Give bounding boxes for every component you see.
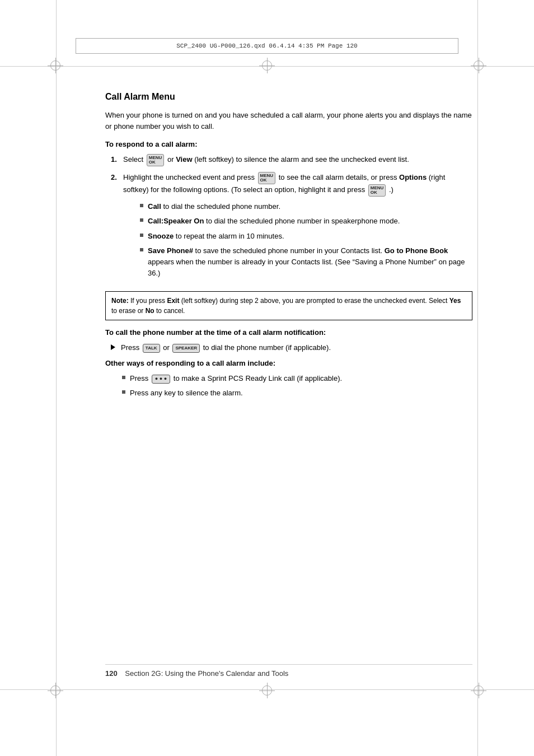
list-content-1: Select MENUOK or View (left softkey) to … — [123, 154, 472, 166]
arrow-icon-1 — [111, 344, 115, 350]
sub-bullet-3-text: Snooze to repeat the alarm in 10 minutes… — [148, 231, 284, 242]
intro-paragraph: When your phone is turned on and you hav… — [105, 110, 472, 132]
bullet2-1: Press ● ● ● to make a Sprint PCS Ready L… — [122, 373, 472, 384]
note-label: Note: If you press Exit (left softkey) d… — [111, 297, 461, 315]
menu-icon-2: MENUOK — [258, 172, 276, 184]
arrow-item-1: Press TALK or SPEAKER to dial the phone … — [111, 342, 472, 353]
menu-icon-1: MENUOK — [147, 154, 165, 166]
bullet2-2: Press any key to silence the alarm. — [122, 388, 472, 399]
list-num-1: 1. — [111, 154, 123, 166]
header-bar-text: SCP_2400 UG-P000_126.qxd 06.4.14 4:35 PM… — [176, 43, 357, 49]
sub-bullet-3: Snooze to repeat the alarm in 10 minutes… — [134, 231, 472, 242]
sub-bullet-list: Call to dial the scheduled phone number.… — [123, 201, 472, 279]
speaker-icon: SPEAKER — [172, 344, 200, 353]
sub-heading-2: To call the phone number at the time of … — [105, 328, 472, 337]
crosshair-bottomcenter — [262, 685, 272, 696]
list-content-2: Highlight the unchecked event and press … — [123, 172, 472, 283]
reg-left-line — [56, 0, 57, 756]
crosshair-topright — [474, 60, 484, 71]
step2-text-before: Highlight the unchecked event and press — [123, 174, 255, 182]
sub-bullet-2: Call:Speaker On to dial the scheduled ph… — [134, 216, 472, 227]
step2-options: Options — [399, 174, 427, 182]
bullet-icon-1 — [140, 204, 143, 207]
sub-heading-1: To respond to a call alarm: — [105, 140, 472, 148]
step1-text-after: (left softkey) to silence the alarm and … — [194, 156, 409, 164]
talk-icon: TALK — [143, 344, 160, 353]
sub-bullet-1: Call to dial the scheduled phone number. — [134, 201, 472, 212]
section-title: Call Alarm Menu — [105, 92, 472, 102]
bullet2-1-text: Press ● ● ● to make a Sprint PCS Ready L… — [130, 373, 342, 384]
sub-bullet-2-text: Call:Speaker On to dial the scheduled ph… — [148, 216, 400, 227]
bullet2-icon-1 — [122, 376, 125, 379]
numbered-list: 1. Select MENUOK or View (left softkey) … — [105, 154, 472, 283]
step2-text-end: .) — [389, 186, 394, 194]
crosshair-bottomleft — [50, 685, 60, 696]
header-bar: SCP_2400 UG-P000_126.qxd 06.4.14 4:35 PM… — [76, 38, 458, 54]
ready-link-icon: ● ● ● — [152, 375, 170, 384]
bullet2-2-text: Press any key to silence the alarm. — [130, 388, 243, 399]
sub-bullet-1-text: Call to dial the scheduled phone number. — [148, 201, 280, 212]
sub-bullet-4: Save Phone# to save the scheduled phone … — [134, 245, 472, 279]
list-item-2: 2. Highlight the unchecked event and pre… — [105, 172, 472, 283]
note-box: Note: If you press Exit (left softkey) d… — [105, 291, 472, 320]
footer: 120 Section 2G: Using the Phone's Calend… — [105, 664, 472, 678]
step2-text-middle: to see the call alarm details, or press — [279, 174, 397, 182]
step1-view-link: View — [176, 156, 192, 164]
step1-text-or: or — [167, 156, 176, 164]
arrow-bullet-list: Press TALK or SPEAKER to dial the phone … — [105, 342, 472, 353]
bullet-icon-2 — [140, 218, 143, 222]
crosshair-topleft — [50, 60, 60, 71]
bullet-icon-3 — [140, 234, 143, 237]
list-item-1: 1. Select MENUOK or View (left softkey) … — [105, 154, 472, 166]
sub-heading-3: Other ways of responding to a call alarm… — [105, 359, 472, 367]
bullet-list-2: Press ● ● ● to make a Sprint PCS Ready L… — [105, 373, 472, 399]
page-number: 120 — [105, 669, 118, 678]
sub-bullet-4-text: Save Phone# to save the scheduled phone … — [148, 245, 472, 279]
menu-icon-3: MENUOK — [368, 184, 386, 197]
bullet2-icon-2 — [122, 390, 125, 394]
crosshair-topcenter — [262, 60, 272, 71]
step1-text-before: Select — [123, 156, 143, 164]
arrow-item-1-text: Press TALK or SPEAKER to dial the phone … — [121, 342, 331, 353]
bullet-icon-4 — [140, 248, 143, 251]
reg-right-line — [477, 0, 478, 756]
footer-text: Section 2G: Using the Phone's Calendar a… — [125, 669, 288, 678]
crosshair-bottomright — [474, 685, 484, 696]
main-content: Call Alarm Menu When your phone is turne… — [105, 83, 472, 683]
list-num-2: 2. — [111, 172, 123, 283]
